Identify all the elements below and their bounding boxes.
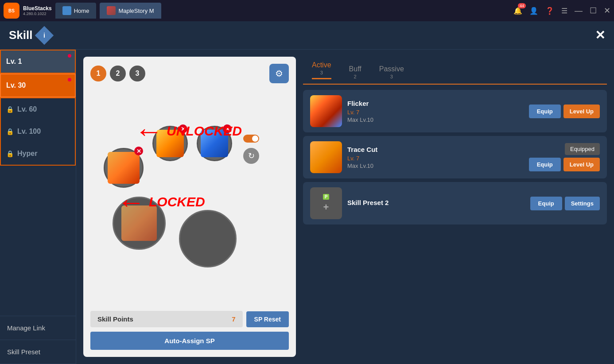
main-panel: 1 2 3 ⚙ ← UNLOCKED bbox=[76, 50, 614, 364]
sidebar-bottom: Manage Link Skill Preset bbox=[0, 316, 76, 364]
skill-entry-flicker: Flicker Lv. 7 Max Lv.10 Equip Level Up bbox=[303, 90, 607, 132]
flicker-name: Flicker bbox=[347, 100, 524, 107]
locked-slot-2 bbox=[179, 210, 237, 267]
sidebar-item-lv1[interactable]: Lv. 1 bbox=[0, 50, 76, 74]
locked-group: 🔒 Lv. 60 🔒 Lv. 100 🔒 Hyper bbox=[0, 97, 76, 166]
active-tab-count: 3 bbox=[320, 70, 323, 75]
skill-slot-2[interactable]: ✕ bbox=[152, 126, 188, 161]
sp-row: Skill Points 7 SP Reset bbox=[90, 311, 289, 327]
sidebar-lv100-label: Lv. 100 bbox=[17, 128, 41, 136]
active-tab-underline bbox=[312, 78, 331, 79]
slot3-remove-button[interactable]: ✕ bbox=[223, 124, 232, 133]
sidebar-item-lv100[interactable]: 🔒 Lv. 100 bbox=[1, 120, 75, 143]
lv1-dot bbox=[68, 54, 71, 58]
skill-points-value: 7 bbox=[232, 315, 235, 323]
notification-badge: 44 bbox=[518, 3, 526, 8]
settings-gear-button[interactable]: ⚙ bbox=[269, 64, 289, 83]
auto-toggle[interactable] bbox=[243, 135, 259, 143]
flicker-lv: Lv. 7 bbox=[347, 109, 524, 116]
close-window-button[interactable]: ✕ bbox=[604, 6, 610, 15]
buff-tab-label: Buff bbox=[349, 65, 361, 73]
skill-entries: Flicker Lv. 7 Max Lv.10 Equip Level Up bbox=[303, 90, 607, 225]
skill-slot-1[interactable]: ✕ bbox=[104, 148, 144, 188]
trace-name: Trace Cut bbox=[347, 146, 524, 153]
passive-tab-count: 3 bbox=[390, 74, 393, 79]
skill-bottom: Skill Points 7 SP Reset Auto-Assign SP bbox=[90, 311, 289, 350]
sidebar-hyper-label: Hyper bbox=[17, 150, 37, 158]
hyper-lock-icon: 🔒 bbox=[6, 150, 14, 157]
lv30-dot bbox=[68, 78, 71, 81]
tab-active[interactable]: Active 3 bbox=[303, 57, 340, 84]
buff-tab-count: 2 bbox=[354, 74, 357, 79]
trace-equip-button[interactable]: Equip bbox=[529, 158, 561, 171]
bluestacks-version: 4.280.0.1022 bbox=[23, 12, 52, 16]
trace-icon bbox=[310, 141, 342, 173]
preset-equip-button[interactable]: Equip bbox=[530, 197, 562, 210]
close-button[interactable]: ✕ bbox=[595, 28, 605, 43]
trace-equip-row: Equip Level Up bbox=[529, 158, 600, 171]
slot1-remove-button[interactable]: ✕ bbox=[134, 147, 143, 155]
main-window: Skill i ✕ Lv. 1 Lv. 30 🔒 Lv. 60 bbox=[0, 21, 614, 364]
lv60-lock-icon: 🔒 bbox=[6, 106, 14, 113]
trace-equipped-badge: Equipped bbox=[565, 143, 600, 155]
manage-link-button[interactable]: Manage Link bbox=[0, 316, 76, 340]
sidebar-lv30-label: Lv. 30 bbox=[6, 81, 26, 89]
active-tab-label: Active bbox=[312, 61, 331, 69]
preset-tab-1[interactable]: 1 bbox=[90, 66, 106, 81]
notification-button[interactable]: 🔔 44 bbox=[513, 7, 522, 15]
sp-reset-button[interactable]: SP Reset bbox=[246, 311, 289, 327]
minimize-button[interactable]: — bbox=[575, 6, 583, 15]
preset-settings-button[interactable]: Settings bbox=[565, 197, 600, 210]
lv100-lock-icon: 🔒 bbox=[6, 128, 14, 135]
trace-actions: Equipped Equip Level Up bbox=[529, 143, 600, 171]
trace-lv: Lv. 7 bbox=[347, 155, 524, 162]
skill-slot-3[interactable]: ✕ bbox=[197, 126, 232, 161]
skill-entry-preset: P + Skill Preset 2 Equip Settings bbox=[303, 182, 607, 225]
tab-maple[interactable]: MapleStory M bbox=[100, 3, 161, 19]
flicker-levelup-button[interactable]: Level Up bbox=[563, 105, 600, 118]
preset-tab-2[interactable]: 2 bbox=[110, 66, 126, 81]
skill-preset-button[interactable]: Skill Preset bbox=[0, 340, 76, 364]
maple-icon bbox=[107, 6, 116, 15]
locked-slot-1-icon bbox=[121, 205, 157, 241]
trace-levelup-button[interactable]: Level Up bbox=[563, 158, 600, 171]
skill-slots-area: ← UNLOCKED ← LOCKED ✕ bbox=[90, 90, 289, 311]
flicker-equip-button[interactable]: Equip bbox=[529, 105, 561, 118]
skill-slot-2-icon bbox=[156, 130, 184, 157]
tab-buff[interactable]: Buff 2 bbox=[340, 61, 370, 84]
preset-tab-3[interactable]: 3 bbox=[129, 66, 145, 81]
account-icon[interactable]: 👤 bbox=[529, 7, 538, 15]
sidebar-lv60-label: Lv. 60 bbox=[17, 105, 37, 113]
help-icon[interactable]: ❓ bbox=[545, 7, 554, 15]
menu-icon[interactable]: ☰ bbox=[561, 7, 567, 15]
skill-entry-trace: Trace Cut Lv. 7 Max Lv.10 Equipped Equip… bbox=[303, 136, 607, 178]
skill-slot-3-icon bbox=[201, 130, 228, 157]
skill-list-panel: Active 3 Buff 2 Passive 3 bbox=[303, 57, 607, 357]
info-button[interactable]: i bbox=[35, 26, 54, 44]
passive-tab-label: Passive bbox=[379, 65, 404, 73]
auto-assign-button[interactable]: Auto-Assign SP bbox=[90, 332, 289, 350]
slot2-remove-button[interactable]: ✕ bbox=[179, 124, 187, 133]
sidebar-item-hyper[interactable]: 🔒 Hyper bbox=[1, 143, 75, 165]
tab-passive[interactable]: Passive 3 bbox=[370, 61, 413, 84]
skill-tabs: Active 3 Buff 2 Passive 3 bbox=[303, 57, 607, 85]
sidebar-item-lv60[interactable]: 🔒 Lv. 60 bbox=[1, 98, 75, 120]
skill-points-display: Skill Points 7 bbox=[90, 311, 243, 327]
tab-home-label: Home bbox=[74, 8, 89, 14]
preset-tabs: 1 2 3 ⚙ bbox=[90, 64, 289, 83]
maximize-button[interactable]: ☐ bbox=[590, 6, 597, 15]
sidebar-item-lv30[interactable]: Lv. 30 bbox=[0, 74, 76, 97]
tab-home[interactable]: Home bbox=[55, 3, 97, 19]
toggle-switch[interactable] bbox=[243, 135, 259, 143]
trace-maxlv: Max Lv.10 bbox=[347, 163, 524, 169]
page-title: Skill bbox=[9, 28, 32, 42]
locked-slot-1 bbox=[113, 197, 166, 250]
bluestacks-logo: BS bbox=[4, 3, 19, 19]
preset-actions: Equip Settings bbox=[530, 197, 600, 210]
tab-maple-label: MapleStory M bbox=[118, 8, 154, 14]
preset-info: Skill Preset 2 bbox=[347, 199, 525, 208]
sidebar-lv1-label: Lv. 1 bbox=[6, 58, 22, 66]
preset-equip-row: Equip Settings bbox=[530, 197, 600, 210]
refresh-button[interactable]: ↻ bbox=[243, 148, 259, 164]
home-icon bbox=[62, 6, 71, 15]
